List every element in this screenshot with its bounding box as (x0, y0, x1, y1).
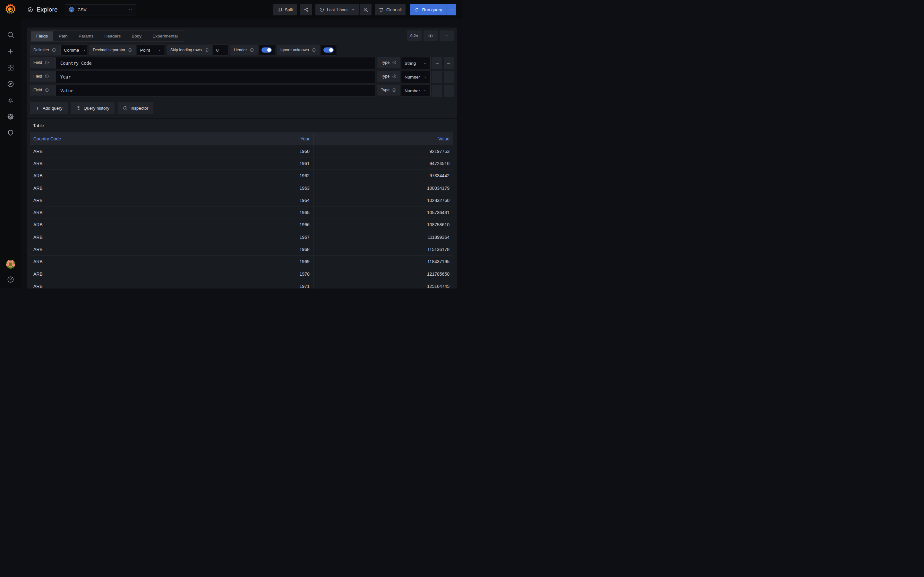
cell-year: 1965 (172, 206, 314, 218)
decimal-separator-label: Decimal separator (89, 45, 136, 55)
add-field-button[interactable] (432, 71, 442, 83)
field-label: Field (30, 85, 55, 95)
header-toggle[interactable] (258, 45, 275, 55)
run-query-dropdown-button[interactable] (447, 4, 456, 15)
create-plus-icon[interactable] (7, 47, 15, 55)
zoom-out-time-button[interactable] (359, 4, 372, 15)
user-avatar[interactable] (6, 259, 15, 269)
column-header-year[interactable]: Year (172, 132, 314, 145)
table-row[interactable]: ARB 1966 108758610 (30, 219, 453, 231)
alerting-bell-icon[interactable] (7, 97, 15, 104)
table-row[interactable]: ARB 1962 97334442 (30, 170, 453, 182)
tab-body[interactable]: Body (126, 31, 147, 41)
cell-value: 115136178 (314, 243, 453, 255)
field-name-input[interactable]: Year (55, 71, 375, 83)
table-row[interactable]: ARB 1967 111899364 (30, 231, 453, 243)
column-header-value[interactable]: Value (314, 132, 453, 145)
type-select[interactable]: Number (401, 71, 431, 83)
type-select[interactable]: Number (401, 85, 431, 97)
search-icon[interactable] (7, 31, 15, 39)
sidebar-bottom (6, 259, 15, 284)
add-query-button[interactable]: Add query (30, 102, 68, 114)
type-label: Type (377, 57, 401, 68)
clear-all-button[interactable]: Clear all (375, 4, 405, 15)
decimal-separator-select[interactable]: Point (137, 45, 165, 55)
tab-experimental[interactable]: Experimental (147, 31, 183, 41)
cell-country-code: ARB (30, 206, 172, 218)
dashboards-icon[interactable] (7, 64, 15, 71)
field-name-input[interactable]: Country Code (55, 57, 375, 69)
table-row[interactable]: ARB 1964 102832760 (30, 194, 453, 206)
info-icon (392, 74, 397, 79)
plus-icon (435, 61, 439, 66)
inspector-label: Inspector (131, 106, 149, 111)
table-row[interactable]: ARB 1970 121785650 (30, 268, 453, 280)
remove-field-button[interactable] (444, 71, 454, 83)
table-row[interactable]: ARB 1971 125164745 (30, 280, 453, 288)
minus-icon (446, 75, 451, 79)
run-query-button[interactable]: Run query (410, 4, 447, 15)
inspector-button[interactable]: Inspector (118, 102, 153, 114)
admin-shield-icon[interactable] (7, 129, 15, 137)
share-button[interactable] (300, 4, 312, 15)
cell-value: 100034179 (314, 182, 453, 194)
info-circle-icon (123, 106, 128, 111)
info-icon (250, 48, 254, 52)
time-range-label: Last 1 hour (327, 7, 348, 12)
field-row: Field Value Type Number (30, 85, 454, 97)
remove-query-button[interactable] (439, 31, 454, 41)
remove-field-button[interactable] (444, 85, 454, 97)
chevron-down-icon (423, 75, 427, 79)
plus-icon (35, 106, 40, 111)
query-history-button[interactable]: Query history (71, 102, 115, 114)
time-range-button[interactable]: Last 1 hour (315, 4, 359, 15)
share-icon (304, 7, 309, 12)
ignore-unknown-label: Ignore unknown (277, 45, 320, 55)
clock-icon (319, 7, 325, 12)
hide-response-button[interactable] (423, 31, 438, 41)
table-body: ARB 1960 92197753 ARB 1961 94724510 ARB … (30, 145, 453, 288)
cell-value: 121785650 (314, 268, 453, 280)
datasource-picker[interactable]: ; CSV (65, 4, 136, 15)
tab-path[interactable]: Path (53, 31, 73, 41)
info-icon (392, 60, 397, 65)
table-row[interactable]: ARB 1968 115136178 (30, 243, 453, 255)
help-icon[interactable] (7, 276, 15, 284)
table-row[interactable]: ARB 1965 105736431 (30, 206, 453, 219)
grafana-logo-icon[interactable] (4, 3, 17, 16)
cell-country-code: ARB (30, 219, 172, 231)
add-field-button[interactable] (432, 85, 442, 97)
column-header-country-code[interactable]: Country Code (30, 132, 172, 145)
cell-value: 111899364 (314, 231, 453, 243)
tab-fields[interactable]: Fields (31, 31, 53, 41)
add-field-button[interactable] (432, 57, 442, 69)
minus-icon (444, 33, 449, 39)
info-icon (45, 74, 49, 79)
trash-icon (379, 7, 384, 12)
explore-compass-icon[interactable] (7, 80, 15, 88)
type-select[interactable]: String (401, 57, 431, 69)
cell-value: 102832760 (314, 194, 453, 206)
split-button[interactable]: Split (273, 4, 297, 15)
skip-leading-rows-input[interactable]: 0 (213, 45, 228, 55)
table-row[interactable]: ARB 1969 118437195 (30, 256, 453, 268)
ignore-unknown-toggle[interactable] (320, 45, 337, 55)
field-row: Field Year Type Number (30, 71, 454, 83)
configuration-gear-icon[interactable] (7, 113, 15, 121)
remove-field-button[interactable] (444, 57, 454, 69)
tab-params[interactable]: Params (73, 31, 99, 41)
field-name-input[interactable]: Value (55, 85, 375, 97)
query-duration-badge: 0.2s (407, 31, 422, 41)
tab-headers[interactable]: Headers (99, 31, 126, 41)
field-row: Field Country Code Type String (30, 57, 454, 69)
minus-icon (446, 61, 451, 66)
table-row[interactable]: ARB 1963 100034179 (30, 182, 453, 194)
toggle-on (262, 47, 272, 53)
table-row[interactable]: ARB 1961 94724510 (30, 157, 453, 169)
run-query-label: Run query (422, 7, 442, 12)
info-icon (128, 48, 132, 52)
delimiter-label: Delimiter (30, 45, 60, 55)
field-rows: Field Country Code Type String (30, 57, 454, 97)
delimiter-select[interactable]: Comma (60, 45, 87, 55)
table-row[interactable]: ARB 1960 92197753 (30, 145, 453, 157)
